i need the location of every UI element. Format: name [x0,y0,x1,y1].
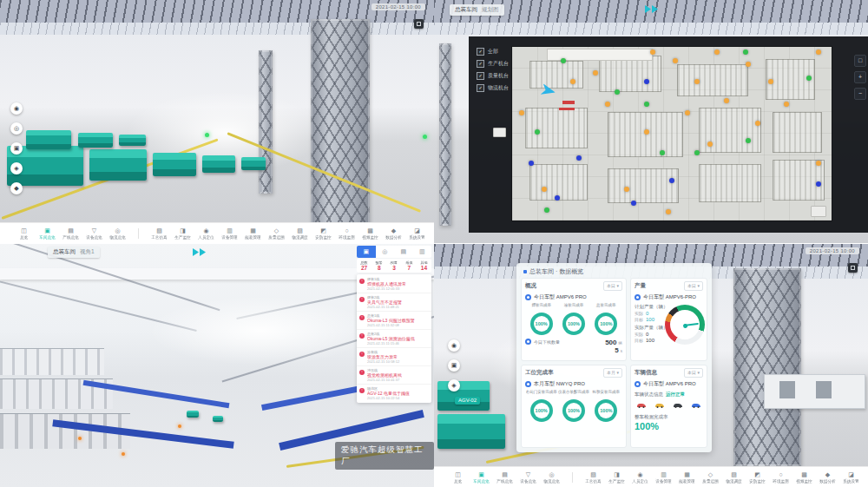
map-status-dot[interactable] [707,141,713,147]
map-status-dot[interactable] [660,150,665,155]
map-layer-item[interactable]: ✓ 物流机台 [477,84,509,92]
expand-icon[interactable] [414,19,424,29]
map-status-dot[interactable] [746,138,751,143]
map-status-dot[interactable] [624,187,629,192]
alarm-list-item[interactable]: ! 物流区 AGV-12 电量低于阈值 2021-02-15 10:22:54 [357,385,431,402]
checkbox[interactable]: ✓ [477,84,484,92]
map-status-dot[interactable] [666,209,671,214]
map-status-dot[interactable] [561,58,566,63]
machine-tag[interactable]: AGV-02 [455,397,480,405]
map-layer-item[interactable]: ✓ 全部 [477,48,509,56]
map-status-dot[interactable] [644,102,649,107]
toolbar-module-item[interactable]: ▥ 设备管理 [652,471,675,484]
toolbar-module-item[interactable]: ▨ 物流调度 [288,227,312,240]
viewpoint-button[interactable]: ◉ [10,102,23,115]
viewpoint-button[interactable]: ▣ [10,142,23,155]
map-layer-item[interactable]: ✓ 质量机台 [477,72,509,80]
alarm-tab[interactable]: ▣ [357,246,376,258]
toolbar-module-item[interactable]: ◪ 系统设置 [405,227,429,240]
alarm-list-item[interactable]: ! 冲压线 视觉检测相机离线 2021-02-15 10:41:37 [357,366,431,385]
expand-icon[interactable] [848,263,858,273]
map-status-dot[interactable] [743,49,748,55]
toolbar-view-item[interactable]: ◎ 物流总览 [106,227,129,240]
map-status-dot[interactable] [806,76,812,81]
alarm-tab[interactable]: ▥ [413,246,432,258]
viewpoint-button[interactable]: ◉ [448,339,460,352]
map-status-dot[interactable] [768,79,773,84]
toolbar-module-item[interactable]: ◇ 质量追溯 [699,471,722,484]
map-layer-item[interactable]: ✓ 生产机台 [477,60,509,68]
alarm-list-item[interactable]: ! 焊装2线 夹具气压不足报警 2021-02-15 11:48:21 [357,293,431,312]
map-status-dot[interactable] [714,49,720,55]
toolbar-view-item[interactable]: ▽ 设备总览 [82,227,106,240]
toolbar-module-item[interactable]: ◆ 数据分析 [382,227,405,240]
alarm-list-item[interactable]: ! 总装2线 Okuma-L5 润滑油位偏低 2021-02-15 11:15:… [357,330,431,348]
floor-plan-map[interactable] [512,47,832,220]
alarm-tab[interactable]: ◎ [376,246,395,258]
map-status-dot[interactable] [570,79,575,84]
map-status-dot[interactable] [746,62,751,67]
map-status-dot[interactable] [669,178,674,183]
map-tool-button[interactable]: − [854,88,866,100]
map-status-dot[interactable] [605,102,610,107]
map-status-dot[interactable] [644,79,649,84]
toolbar-module-item[interactable]: ◨ 生产监控 [171,227,194,240]
map-status-dot[interactable] [650,49,655,55]
toolbar-module-item[interactable]: ▨ 物流调度 [722,471,746,484]
period-select[interactable]: 本日 [603,281,622,291]
map-status-dot[interactable] [694,150,700,155]
toolbar-module-item[interactable]: ▦ 能耗管理 [675,471,699,484]
viewpoint-button[interactable]: ◈ [10,162,23,174]
toolbar-module-item[interactable]: ◇ 质量追溯 [265,227,288,240]
alarm-tab[interactable]: ▤ [394,246,413,258]
toolbar-module-item[interactable]: ◆ 数据分析 [816,471,839,484]
map-status-dot[interactable] [755,121,760,126]
toolbar-module-item[interactable]: ○ 环境监测 [335,227,358,240]
map-status-dot[interactable] [644,129,649,135]
map-status-dot[interactable] [694,79,700,84]
fast-forward-icon[interactable] [193,248,206,256]
checkbox[interactable]: ✓ [477,60,484,68]
map-status-dot[interactable] [519,110,524,115]
map-mini-control[interactable] [493,128,506,137]
toolbar-view-item[interactable]: ▤ 产线总览 [59,227,82,240]
map-status-dot[interactable] [544,207,549,213]
toolbar-view-item[interactable]: ◫ 总览 [446,471,470,484]
viewpoint-button[interactable]: ▣ [448,359,460,372]
viewpoint-button[interactable]: ◎ [10,122,23,135]
toolbar-module-item[interactable]: ◉ 人员定位 [628,471,652,484]
map-tool-button[interactable]: □ [854,55,866,67]
period-select[interactable]: 本日 [684,281,703,291]
map-status-dot[interactable] [535,129,540,135]
toolbar-view-item[interactable]: ▣ 车间总览 [470,471,493,484]
map-status-dot[interactable] [784,102,789,107]
toolbar-view-item[interactable]: ▽ 设备总览 [516,471,540,484]
toolbar-module-item[interactable]: ▧ 工艺仿真 [582,471,605,484]
viewpoint-button[interactable]: ◆ [10,182,23,194]
map-status-dot[interactable] [576,155,582,161]
toolbar-module-item[interactable]: ◩ 安防监控 [746,471,769,484]
toolbar-module-item[interactable]: ◩ 安防监控 [312,227,335,240]
alarm-list-item[interactable]: ! 总装1线 Okuma-L3 伺服过载预警 2021-02-15 11:32:… [357,312,431,330]
toolbar-module-item[interactable]: ▦ 能耗管理 [241,227,265,240]
map-status-dot[interactable] [555,195,560,201]
toolbar-view-item[interactable]: ▤ 产线总览 [493,471,516,484]
toolbar-module-item[interactable]: ◉ 人员定位 [194,227,218,240]
toolbar-view-item[interactable]: ◎ 物流总览 [540,471,563,484]
map-status-dot[interactable] [724,98,729,103]
checkbox[interactable]: ✓ [477,72,484,80]
toolbar-module-item[interactable]: ▩ 视频监控 [358,227,382,240]
toolbar-module-item[interactable]: ▥ 设备管理 [218,227,241,240]
map-status-dot[interactable] [615,89,620,95]
map-status-dot[interactable] [816,49,821,55]
toolbar-module-item[interactable]: ○ 环境监测 [769,471,792,484]
map-tool-button[interactable]: + [854,71,866,83]
toolbar-module-item[interactable]: ◪ 系统设置 [839,471,863,484]
viewpoint-button[interactable]: ◈ [448,379,460,392]
map-status-dot[interactable] [685,110,690,115]
toolbar-view-item[interactable]: ▣ 车间总览 [36,227,59,240]
toolbar-view-item[interactable]: ◫ 总览 [12,227,36,240]
map-corner-control[interactable] [811,206,826,217]
fast-forward-icon[interactable] [645,5,658,13]
map-status-dot[interactable] [631,201,636,206]
